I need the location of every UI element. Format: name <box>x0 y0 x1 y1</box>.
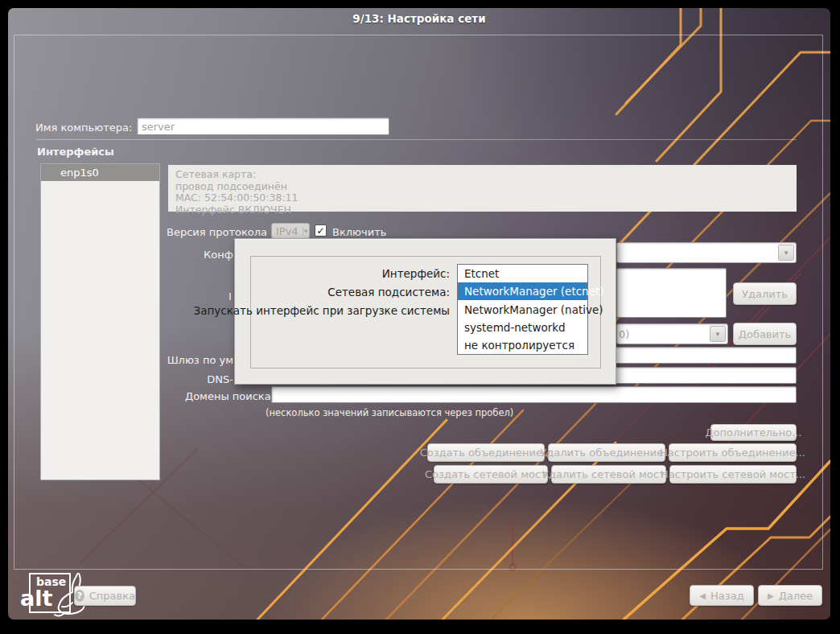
bridge-create-button[interactable]: Создать сетевой мост... <box>434 465 548 484</box>
checkmark-icon: ✓ <box>316 225 324 237</box>
ip-version-label: Версия протокола IP: <box>167 226 283 238</box>
question-icon: ? <box>75 590 84 602</box>
ip-addresses-listbox[interactable] <box>616 268 727 318</box>
next-arrow-icon: ▶ <box>768 591 774 600</box>
info-line: провод подсоединён <box>175 181 789 193</box>
delete-ip-button[interactable]: Удалить <box>733 282 797 305</box>
interface-list-item-selected[interactable]: enp1s0 <box>41 164 159 181</box>
dropdown-arrow-icon[interactable]: ▾ <box>710 326 726 342</box>
enable-label: Включить <box>332 226 386 238</box>
bridge-create-label: Создать сетевой мост... <box>425 468 557 480</box>
search-domains-input[interactable] <box>271 386 797 403</box>
configuration-label: Конф <box>204 249 233 261</box>
configuration-combo[interactable]: ▾ <box>616 242 797 263</box>
bond-configure-label: Настроить объединение... <box>660 447 805 459</box>
interfaces-list[interactable]: enp1s0 <box>40 163 160 480</box>
subsystem-option-systemd-networkd[interactable]: systemd-networkd <box>458 319 587 336</box>
bond-delete-button[interactable]: Удалить объединение... <box>548 443 665 462</box>
enable-checkbox[interactable]: ✓ <box>315 224 327 237</box>
info-line: MAC: 52:54:00:50:38:11 <box>175 192 789 204</box>
subsystem-option-not-controlled[interactable]: не контролируется <box>458 336 587 354</box>
subsystem-dropdown-list: Etcnet NetworkManager (etcnet) NetworkMa… <box>457 264 588 355</box>
bond-create-button[interactable]: Создать объединение... <box>427 443 545 462</box>
back-arrow-icon: ◀ <box>699 591 706 600</box>
gateway-label: Шлюз по ум <box>161 354 233 366</box>
basealt-logo-alt-text: alt <box>20 586 52 611</box>
dialog-interface-label: Интерфейс: <box>382 267 450 280</box>
subsystem-option-etcnet[interactable]: Etcnet <box>458 265 587 282</box>
ip-version-combo[interactable]: IPv4 ▾ <box>271 223 310 239</box>
dialog-subsystem-label: Сетевая подсистема: <box>327 286 450 298</box>
info-line: Сетевая карта: <box>175 169 789 181</box>
bridge-delete-button[interactable]: Удалить сетевой мост... <box>551 465 666 484</box>
bridge-configure-button[interactable]: Настроить сетевой мост... <box>669 465 797 484</box>
interfaces-section-label: Интерфейсы <box>37 146 114 158</box>
hostname-input[interactable] <box>137 117 389 135</box>
ip-addresses-label: I <box>229 290 232 303</box>
installer-window: 9/13: Настройка сети Имя компьютера: Инт… <box>0 0 840 634</box>
page-title: 9/13: Настройка сети <box>8 12 830 25</box>
hostname-label: Имя компьютера: <box>35 121 132 134</box>
bond-delete-label: Удалить объединение... <box>540 447 673 459</box>
dns-label: DNS- <box>161 373 233 385</box>
back-button-label: Назад <box>710 590 744 602</box>
subsystem-option-networkmanager-native[interactable]: NetworkManager (native) <box>458 300 587 318</box>
back-button[interactable]: ◀ Назад <box>690 585 754 606</box>
next-button[interactable]: ▶ Далее <box>758 585 822 606</box>
section-divider <box>36 139 797 140</box>
add-ip-button-label: Добавить <box>739 328 791 340</box>
subsystem-option-networkmanager-etcnet[interactable]: NetworkManager (etcnet) <box>458 282 587 300</box>
help-button[interactable]: ? Справка <box>74 586 136 606</box>
netmask-combo[interactable]: 0) ▾ <box>616 323 728 344</box>
info-line: Интерфейс ВКЛЮЧЕН <box>175 204 789 216</box>
help-button-label: Справка <box>89 590 135 602</box>
dropdown-arrow-icon: ▾ <box>303 227 309 235</box>
interface-info-box: Сетевая карта: провод подсоединён MAC: 5… <box>168 165 797 212</box>
bond-configure-button[interactable]: Настроить объединение... <box>669 443 797 462</box>
search-domains-label: Домены поиска: <box>185 390 266 402</box>
dialog-boot-label: Запускать интерфейс при загрузке системы <box>193 304 450 317</box>
multiple-values-hint: (несколько значений записываются через п… <box>266 407 513 418</box>
dropdown-arrow-icon[interactable]: ▾ <box>778 245 794 261</box>
bridge-delete-label: Удалить сетевой мост... <box>542 468 675 480</box>
next-button-label: Далее <box>779 590 813 602</box>
bridge-configure-label: Настроить сетевой мост... <box>661 468 805 480</box>
network-subsystem-dialog: Интерфейс: Сетевая подсистема: Запускать… <box>234 238 616 385</box>
netmask-value: 0) <box>619 324 629 344</box>
ip-version-value: IPv4 <box>272 225 303 237</box>
bond-create-label: Создать объединение... <box>420 447 553 459</box>
delete-ip-button-label: Удалить <box>742 288 788 300</box>
add-ip-button[interactable]: Добавить <box>733 323 797 345</box>
advanced-button-label: Дополнительно... <box>705 426 801 438</box>
advanced-button[interactable]: Дополнительно... <box>710 424 797 441</box>
